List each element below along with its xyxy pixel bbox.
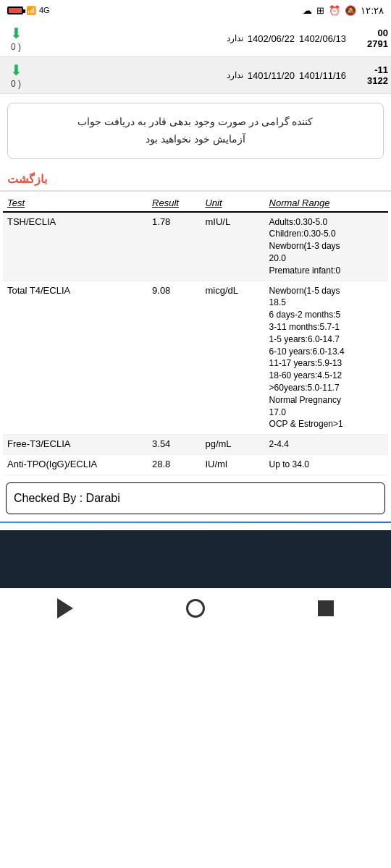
table-row: Anti-TPO(IgG)/ECLIA28.8IU/mlUp to 34.0 bbox=[3, 454, 388, 475]
record-count-1: ( 0 bbox=[11, 42, 21, 52]
test-name-cell: Free-T3/ECLIA bbox=[3, 435, 148, 455]
stop-icon bbox=[318, 600, 334, 616]
separator-line bbox=[0, 522, 391, 523]
date-start-2: 1401/11/16 bbox=[299, 70, 346, 81]
dark-footer bbox=[0, 530, 391, 588]
status-right: ☁ ⊞ ⏰ 🔕 ۱۲:۲۸ bbox=[303, 5, 384, 16]
mute-icon: 🔕 bbox=[345, 5, 356, 16]
unit-cell: IU/ml bbox=[201, 454, 264, 475]
unit-cell: micg/dL bbox=[201, 281, 264, 435]
cloud-icon: ☁ bbox=[303, 5, 312, 16]
results-table-container: Test Result Unit Normal Range TSH/ECLIA1… bbox=[0, 195, 391, 475]
top-table-area: 00 2791 ندارد 1402/06/22 1402/06/13 ⬇ ( … bbox=[0, 20, 391, 94]
record-dates-1: ندارد 1402/06/22 1402/06/13 bbox=[29, 33, 352, 44]
download-icon-1: ⬇ bbox=[10, 25, 22, 42]
record-id-1: 00 2791 bbox=[352, 27, 388, 49]
table-row: Total T4/ECLIA9.08micg/dLNewborn(1-5 day… bbox=[3, 281, 388, 435]
grid-icon: ⊞ bbox=[316, 5, 324, 16]
normal-range-cell: Adults:0.30-5.0 Children:0.30-5.0 Newbor… bbox=[265, 212, 388, 281]
status-bar: 📶 4G ☁ ⊞ ⏰ 🔕 ۱۲:۲۸ bbox=[0, 0, 391, 20]
date-end-2: 1401/11/20 bbox=[248, 70, 295, 81]
record-row-1: 00 2791 ندارد 1402/06/22 1402/06/13 ⬇ ( … bbox=[0, 20, 391, 57]
home-button[interactable] bbox=[180, 592, 211, 624]
normal-range-cell: Newborn(1-5 days 18.5 6 days-2 months:5 … bbox=[265, 281, 388, 435]
col-header-result: Result bbox=[148, 195, 201, 212]
download-btn-2[interactable]: ⬇ ( 0 bbox=[3, 61, 29, 89]
no-record-label-2: ندارد bbox=[227, 70, 243, 81]
test-name-cell: TSH/ECLIA bbox=[3, 212, 148, 281]
col-header-test: Test bbox=[3, 195, 148, 212]
alarm-icon: ⏰ bbox=[329, 5, 340, 16]
result-value-cell: 28.8 bbox=[148, 454, 201, 475]
download-icon-2: ⬇ bbox=[10, 61, 22, 79]
download-btn-1[interactable]: ⬇ ( 0 bbox=[3, 25, 29, 52]
network-type: 4G bbox=[39, 6, 50, 14]
result-value-cell: 9.08 bbox=[148, 281, 201, 435]
normal-range-cell: Up to 34.0 bbox=[265, 454, 388, 475]
results-table: Test Result Unit Normal Range TSH/ECLIA1… bbox=[3, 195, 388, 475]
record-row-2: 11- 3122 ندارد 1401/11/20 1401/11/16 ⬇ (… bbox=[0, 57, 391, 94]
unit-cell: mIU/L bbox=[201, 212, 264, 281]
section-header: بازگشت bbox=[0, 168, 391, 192]
table-row: Free-T3/ECLIA3.54pg/mL2-4.4 bbox=[3, 435, 388, 455]
result-value-cell: 3.54 bbox=[148, 435, 201, 455]
normal-range-cell: 2-4.4 bbox=[265, 435, 388, 455]
test-name-cell: Anti-TPO(IgG)/ECLIA bbox=[3, 454, 148, 475]
section-title: بازگشت bbox=[7, 173, 47, 185]
notice-line-1: کننده گرامی در صورت وجود بدهی قادر به در… bbox=[18, 114, 373, 131]
time-display: ۱۲:۲۸ bbox=[361, 5, 384, 16]
unit-cell: pg/mL bbox=[201, 435, 264, 455]
table-header-row: Test Result Unit Normal Range bbox=[3, 195, 388, 212]
record-id-2: 11- 3122 bbox=[352, 64, 388, 86]
record-count-2: ( 0 bbox=[11, 79, 21, 89]
date-end-1: 1402/06/22 bbox=[248, 33, 295, 44]
bottom-nav bbox=[0, 588, 391, 629]
test-name-cell: Total T4/ECLIA bbox=[3, 281, 148, 435]
stop-button[interactable] bbox=[310, 592, 342, 624]
no-record-label-1: ندارد bbox=[227, 33, 243, 44]
col-header-normal-range: Normal Range bbox=[265, 195, 388, 212]
table-row: TSH/ECLIA1.78mIU/LAdults:0.30-5.0 Childr… bbox=[3, 212, 388, 281]
notice-line-2: آزمایش خود نخواهید بود bbox=[18, 131, 373, 148]
checked-by-section: Checked By : Darabi bbox=[6, 482, 385, 514]
checked-by-text: Checked By : Darabi bbox=[14, 492, 120, 504]
home-icon bbox=[186, 599, 205, 618]
record-dates-2: ندارد 1401/11/20 1401/11/16 bbox=[29, 70, 352, 81]
signal-strength: 📶 bbox=[26, 6, 36, 15]
play-icon bbox=[57, 598, 73, 618]
col-header-unit: Unit bbox=[201, 195, 264, 212]
notice-box: کننده گرامی در صورت وجود بدهی قادر به در… bbox=[7, 103, 384, 159]
date-start-1: 1402/06/13 bbox=[299, 33, 346, 44]
play-button[interactable] bbox=[49, 592, 81, 624]
status-left: 📶 4G bbox=[7, 6, 50, 15]
result-value-cell: 1.78 bbox=[148, 212, 201, 281]
battery-icon bbox=[7, 7, 23, 14]
